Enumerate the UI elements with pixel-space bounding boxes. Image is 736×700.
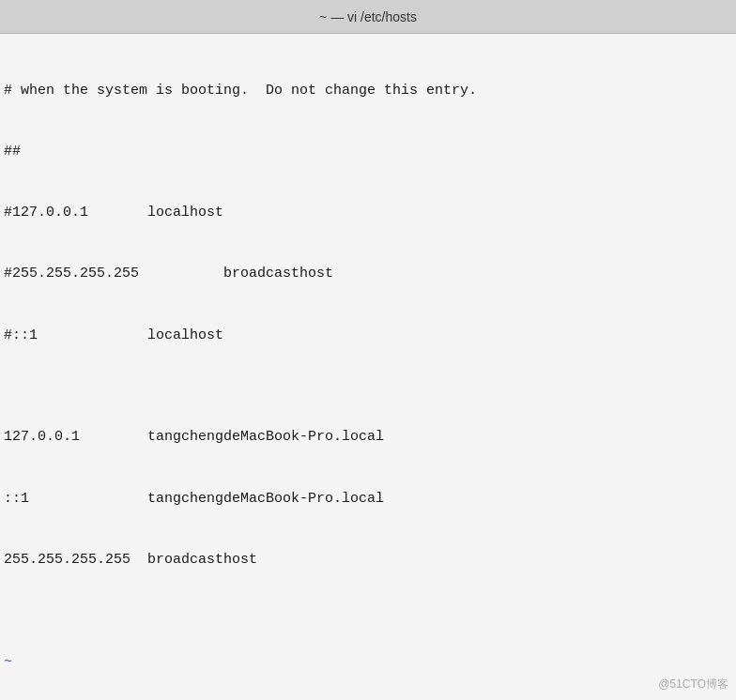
line-4: #255.255.255.255 broadcasthost [4, 264, 732, 284]
line-3: #127.0.0.1 localhost [4, 203, 732, 223]
line-1: # when the system is booting. Do not cha… [4, 81, 732, 101]
terminal-body[interactable]: # when the system is booting. Do not cha… [0, 34, 736, 700]
line-2: ## [4, 142, 732, 162]
editor-content: # when the system is booting. Do not cha… [4, 39, 732, 700]
window-title: ~ — vi /etc/hosts [319, 9, 417, 24]
title-bar: ~ — vi /etc/hosts [0, 0, 736, 34]
line-8: ::1 tangchengdeMacBook-Pro.local [4, 489, 732, 510]
line-5: #::1 localhost [4, 326, 732, 346]
line-9: 255.255.255.255 broadcasthost [4, 550, 732, 571]
terminal-window: ~ — vi /etc/hosts # when the system is b… [0, 0, 736, 700]
tilde-1: ~ [4, 652, 732, 673]
line-7: 127.0.0.1 tangchengdeMacBook-Pro.local [4, 427, 732, 448]
watermark: @51CTO博客 [658, 677, 728, 692]
